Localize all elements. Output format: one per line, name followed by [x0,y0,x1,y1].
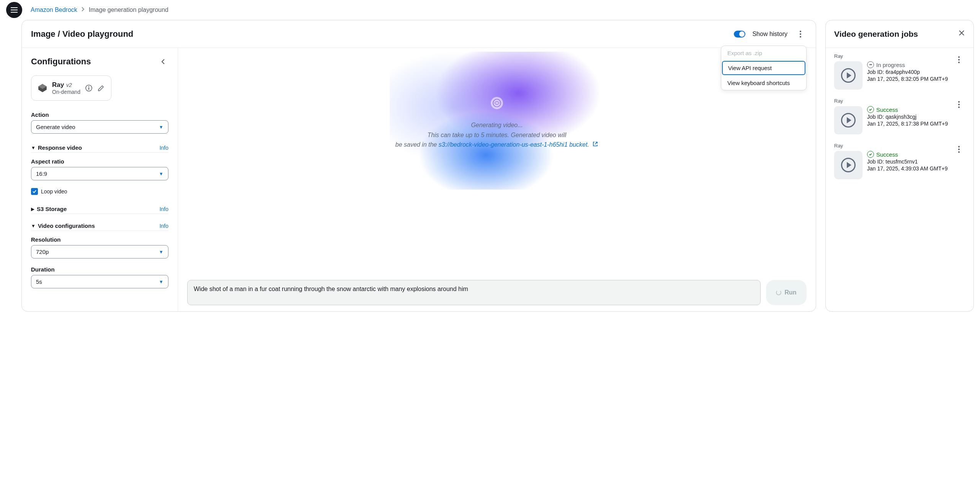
aspect-ratio-label: Aspect ratio [31,158,168,165]
generating-status-line2a: This can take up to 5 minutes. Generated… [428,132,567,138]
job-id: Job ID: 6ra4pphv400p [867,69,965,75]
play-icon [841,68,856,83]
generation-canvas: Generating video... This can take up to … [178,48,816,280]
model-version: v2 [66,82,72,88]
duration-label: Duration [31,266,168,273]
response-video-section-toggle[interactable]: ▼ Response video [31,144,82,151]
disclosure-triangle-icon: ▶ [31,206,34,212]
prompt-input[interactable] [187,280,761,305]
menu-view-api-request[interactable]: View API request [722,61,805,75]
kebab-icon [958,56,960,63]
generating-status-line1: Generating video... [395,120,599,130]
spinner-icon [776,290,781,295]
kebab-icon [800,31,801,38]
action-value: Generate video [36,124,75,130]
kebab-icon [958,146,960,153]
disclosure-triangle-icon: ▼ [31,145,36,150]
aspect-ratio-value: 16:9 [36,170,47,177]
svg-point-8 [491,97,503,109]
edit-model-button[interactable] [97,84,105,92]
close-jobs-button[interactable] [958,29,965,38]
resolution-value: 720p [36,249,49,255]
more-actions-button[interactable] [794,28,807,40]
show-history-label: Show history [752,31,787,38]
kebab-icon [958,101,960,108]
job-timestamp: Jan 17, 2025, 8:32:05 PM GMT+9 [867,76,965,82]
job-status-text: Success [876,151,898,158]
s3-storage-section-toggle[interactable]: ▶ S3 Storage [31,206,67,212]
job-timestamp: Jan 17, 2025, 4:39:03 AM GMT+9 [867,165,965,172]
job-id: Job ID: qaskjnsh3cgj [867,114,965,120]
job-actions-button[interactable] [953,143,965,155]
in-progress-icon: ••• [867,61,874,68]
breadcrumb-root-link[interactable]: Amazon Bedrock [31,7,77,13]
job-thumbnail[interactable] [834,61,862,90]
video-config-section-toggle[interactable]: ▼ Video configurations [31,222,95,229]
video-config-info-link[interactable]: Info [160,223,168,229]
action-label: Action [31,111,168,118]
play-icon [841,113,856,128]
generating-status-line2b: be saved in the [395,141,439,148]
job-row: Success Job ID: teusfmc5rnv1 Jan 17, 202… [834,151,965,179]
model-icon [38,83,47,93]
success-icon [867,151,874,158]
configurations-panel: Configurations Ray v2 [22,48,178,311]
job-model-label: Ray [834,143,965,149]
caret-down-icon: ▼ [159,124,163,130]
play-icon [841,158,856,172]
caret-down-icon: ▼ [159,249,163,255]
s3-storage-info-link[interactable]: Info [160,206,168,212]
caret-down-icon: ▼ [159,171,163,177]
svg-rect-4 [88,88,89,90]
info-icon[interactable] [85,84,93,92]
caret-down-icon: ▼ [159,279,163,285]
breadcrumb-current: Image generation playground [89,7,168,13]
chevron-left-icon [160,58,166,65]
page-title: Image / Video playground [31,29,133,39]
job-row: ••• In progress Job ID: 6ra4pphv400p Jan… [834,61,965,90]
job-status: ••• In progress [867,61,965,68]
disclosure-triangle-icon: ▼ [31,223,36,229]
job-thumbnail[interactable] [834,151,862,179]
menu-export-zip: Export as .zip [721,46,806,60]
job-model-label: Ray [834,53,965,59]
duration-select[interactable]: 5s ▼ [31,275,168,288]
show-history-toggle[interactable] [734,31,745,38]
job-status: Success [867,106,965,113]
success-icon [867,106,874,113]
action-select[interactable]: Generate video ▼ [31,120,168,134]
external-link-icon [592,140,598,150]
loop-video-checkbox[interactable] [31,188,38,195]
job-id: Job ID: teusfmc5rnv1 [867,159,965,165]
playground-panel: Image / Video playground Show history Ex… [21,20,816,312]
s3-bucket-link[interactable]: s3://bedrock-video-generation-us-east-1-… [439,141,589,148]
more-actions-menu: Export as .zip View API request View key… [721,46,807,90]
chevron-right-icon [81,7,85,13]
aspect-ratio-select[interactable]: 16:9 ▼ [31,167,168,180]
job-thumbnail[interactable] [834,106,862,134]
response-video-title: Response video [38,144,82,151]
job-actions-button[interactable] [953,54,965,66]
model-throughput: On-demand [52,89,80,95]
hamburger-icon [11,7,18,13]
menu-view-shortcuts[interactable]: View keyboard shortcuts [721,76,806,90]
menu-button[interactable] [6,2,22,18]
loop-video-label: Loop video [41,188,67,195]
run-button[interactable]: Run [766,280,807,305]
resolution-select[interactable]: 720p ▼ [31,245,168,258]
job-status-text: Success [876,106,898,113]
check-icon [32,189,37,194]
collapse-config-button[interactable] [158,56,168,67]
model-name: Ray [52,81,64,88]
jobs-title: Video generation jobs [834,29,918,39]
job-actions-button[interactable] [953,98,965,111]
job-timestamp: Jan 17, 2025, 8:17:38 PM GMT+9 [867,121,965,127]
jobs-panel: Video generation jobs Ray ••• In progres… [825,20,974,312]
close-icon [958,29,965,36]
job-status: Success [867,151,965,158]
svg-point-3 [88,86,89,87]
run-label: Run [784,289,796,296]
response-video-info-link[interactable]: Info [160,145,168,151]
model-card: Ray v2 On-demand [31,75,111,101]
resolution-label: Resolution [31,236,168,243]
